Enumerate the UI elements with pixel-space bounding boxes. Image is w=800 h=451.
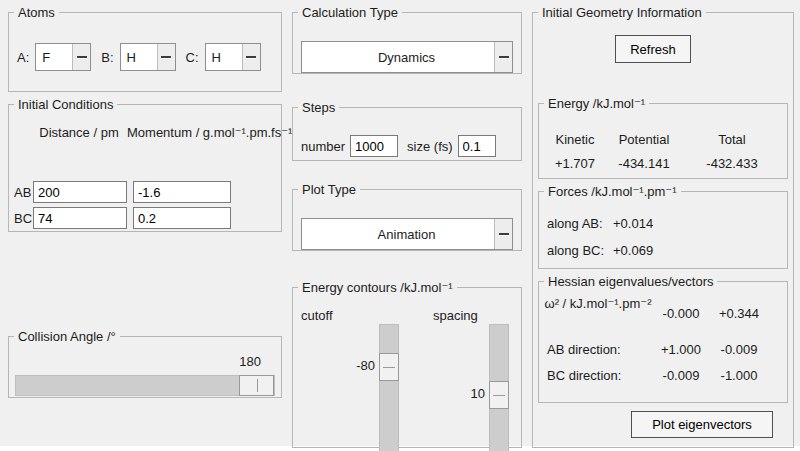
collision-angle-value: 180 <box>239 354 261 369</box>
forces-group: Forces /kJ.mol⁻¹.pm⁻¹ along AB: +0.014 a… <box>538 185 788 269</box>
atom-b-label: B: <box>101 50 113 65</box>
atom-c-select[interactable]: H <box>205 43 261 71</box>
force-bc-value: +0.069 <box>613 243 653 258</box>
atoms-group-title: Atoms <box>14 6 59 19</box>
steps-size-label: size (fs) <box>407 139 453 154</box>
atom-c-pair: C: H <box>186 43 261 71</box>
hessian-group: Hessian eigenvalues/vectors ω² / kJ.mol⁻… <box>538 275 788 403</box>
energy-contours-group: Energy contours /kJ.mol⁻¹ cutoff spacing… <box>292 281 522 448</box>
bc-direction-label: BC direction: <box>547 368 621 383</box>
dropdown-icon <box>494 219 512 249</box>
energy-contours-title: Energy contours /kJ.mol⁻¹ <box>298 281 457 294</box>
bc-distance-input[interactable] <box>33 207 127 229</box>
energy-header-potential: Potential <box>607 132 681 147</box>
dropdown-icon <box>157 44 175 70</box>
energy-group: Energy /kJ.mol⁻¹ Kinetic Potential Total… <box>538 97 788 179</box>
energy-potential-value: -434.141 <box>607 156 681 171</box>
collision-angle-group: Collision Angle /° 180 <box>8 330 282 398</box>
atom-a-select[interactable]: F <box>35 43 91 71</box>
atoms-row: A: F B: H C: H <box>17 43 275 71</box>
atom-a-value: F <box>36 44 72 70</box>
energy-header-total: Total <box>681 132 783 147</box>
energy-header-kinetic: Kinetic <box>543 132 607 147</box>
spacing-value: 10 <box>431 386 485 401</box>
energy-headers-row: Kinetic Potential Total <box>543 132 783 147</box>
distance-column-header: Distance / pm <box>29 125 129 141</box>
plot-type-value: Animation <box>302 219 494 249</box>
initial-conditions-title: Initial Conditions <box>14 98 117 111</box>
bc-direction-value-1: -0.009 <box>655 368 707 383</box>
plot-type-title: Plot Type <box>298 183 360 196</box>
ab-momentum-input[interactable] <box>133 181 231 203</box>
force-ab-value: +0.014 <box>613 216 653 231</box>
calculation-type-title: Calculation Type <box>298 6 402 19</box>
forces-group-title: Forces /kJ.mol⁻¹.pm⁻¹ <box>544 185 681 198</box>
spacing-label: spacing <box>433 308 478 323</box>
cutoff-value: -80 <box>321 358 375 373</box>
collision-angle-slider-thumb[interactable] <box>239 375 274 396</box>
ab-direction-value-1: +1.000 <box>655 342 707 357</box>
energy-total-value: -432.433 <box>681 156 783 171</box>
plot-type-group: Plot Type Animation <box>292 183 522 251</box>
force-bc-label: along BC: <box>547 243 604 258</box>
cutoff-label: cutoff <box>301 308 333 323</box>
atoms-group: Atoms A: F B: H C: H <box>8 6 282 92</box>
steps-size-input[interactable] <box>458 135 496 157</box>
bc-momentum-input[interactable] <box>133 207 231 229</box>
plot-eigenvectors-button[interactable]: Plot eigenvectors <box>631 411 773 438</box>
dropdown-icon <box>242 44 260 70</box>
omega-value-1: -0.000 <box>655 306 707 321</box>
row-ab-label: AB <box>14 185 31 200</box>
spacing-slider-thumb[interactable] <box>489 381 509 409</box>
atom-c-label: C: <box>186 50 199 65</box>
initial-conditions-group: Initial Conditions Distance / pm Momentu… <box>8 98 282 232</box>
dropdown-icon <box>72 44 90 70</box>
energy-values-row: +1.707 -434.141 -432.433 <box>543 156 783 171</box>
plot-type-select[interactable]: Animation <box>301 218 513 250</box>
calculation-type-value: Dynamics <box>302 42 494 72</box>
hessian-group-title: Hessian eigenvalues/vectors <box>544 275 717 288</box>
app-background: Atoms A: F B: H C: H <box>0 0 800 446</box>
geometry-info-group: Initial Geometry Information Refresh Ene… <box>532 6 794 448</box>
atom-b-value: H <box>121 44 157 70</box>
cutoff-slider-track[interactable] <box>379 324 399 451</box>
collision-angle-slider-track[interactable] <box>15 375 275 396</box>
atom-a-label: A: <box>17 50 29 65</box>
energy-kinetic-value: +1.707 <box>543 156 607 171</box>
ab-distance-input[interactable] <box>33 181 127 203</box>
atom-b-pair: B: H <box>101 43 175 71</box>
ab-direction-label: AB direction: <box>547 342 621 357</box>
steps-number-input[interactable] <box>350 135 398 157</box>
calculation-type-group: Calculation Type Dynamics <box>292 6 522 74</box>
dropdown-icon <box>494 42 512 72</box>
atom-c-value: H <box>206 44 242 70</box>
force-ab-label: along AB: <box>547 216 603 231</box>
ab-direction-value-2: -0.009 <box>711 342 767 357</box>
atom-a-pair: A: F <box>17 43 91 71</box>
steps-row: number size (fs) <box>301 135 515 157</box>
row-bc-label: BC <box>14 211 32 226</box>
momentum-column-header: Momentum / g.mol⁻¹.pm.fs⁻¹ <box>127 125 243 141</box>
geometry-info-title: Initial Geometry Information <box>538 6 706 19</box>
omega-label: ω² / kJ.mol⁻¹.pm⁻² <box>541 296 655 312</box>
bc-direction-value-2: -1.000 <box>711 368 767 383</box>
omega-value-2: +0.344 <box>711 306 767 321</box>
calculation-type-select[interactable]: Dynamics <box>301 41 513 73</box>
atom-b-select[interactable]: H <box>120 43 176 71</box>
steps-number-label: number <box>301 139 345 154</box>
spacing-slider-track[interactable] <box>489 324 509 451</box>
steps-group: Steps number size (fs) <box>292 101 522 161</box>
cutoff-slider-thumb[interactable] <box>379 353 399 381</box>
steps-title: Steps <box>298 101 339 114</box>
refresh-button[interactable]: Refresh <box>615 35 691 63</box>
energy-group-title: Energy /kJ.mol⁻¹ <box>544 97 649 110</box>
collision-angle-title: Collision Angle /° <box>14 330 120 343</box>
